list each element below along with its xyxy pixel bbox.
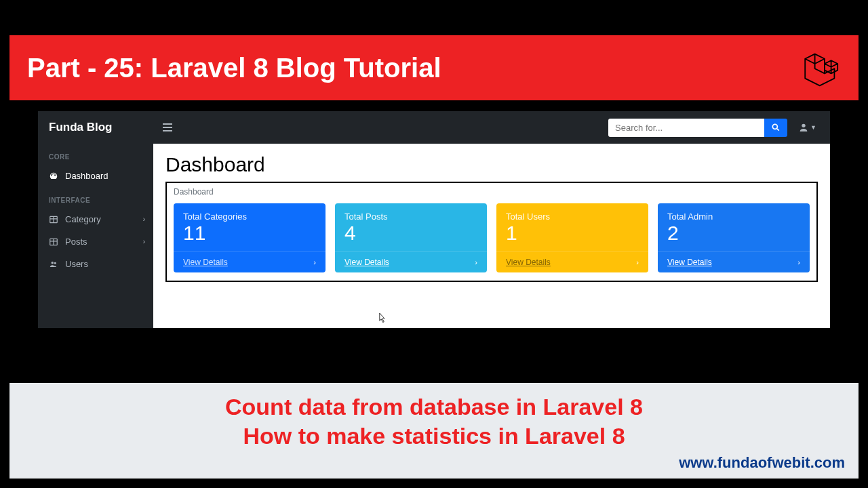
sidebar-brand: Funda Blog (38, 111, 153, 144)
card-value: 2 (667, 222, 800, 245)
breadcrumb-container: Dashboard Total Categories 11 View Detai… (165, 182, 818, 282)
search-button[interactable] (764, 119, 787, 137)
sidebar: Funda Blog CORE Dashboard INTERFACE Cate… (38, 111, 153, 328)
users-icon (49, 260, 58, 269)
columns-icon (49, 215, 58, 224)
sidebar-section-interface: INTERFACE (38, 187, 153, 208)
card-value: 11 (183, 222, 316, 245)
bottom-line-2: How to make statistics in Laravel 8 (23, 422, 845, 451)
chevron-right-icon: › (475, 258, 477, 266)
chevron-right-icon: › (797, 258, 800, 266)
bottom-line-1: Count data from database in Laravel 8 (23, 392, 845, 422)
card-value: 1 (506, 222, 639, 245)
chevron-right-icon: › (143, 238, 145, 245)
card-categories: Total Categories 11 View Details › (174, 203, 326, 272)
sidebar-label: Posts (65, 237, 87, 247)
svg-point-4 (772, 124, 777, 129)
sidebar-label: Category (65, 214, 101, 224)
gauge-icon (49, 171, 58, 181)
bottom-banner: Count data from database in Laravel 8 Ho… (9, 383, 859, 479)
card-label: Total Users (506, 211, 639, 222)
sidebar-label: Users (65, 259, 88, 269)
svg-point-2 (52, 261, 54, 264)
caret-down-icon: ▼ (810, 124, 816, 131)
sidebar-item-posts[interactable]: Posts › (38, 230, 153, 253)
card-label: Total Posts (344, 211, 477, 222)
user-dropdown[interactable]: ▼ (794, 122, 821, 133)
chevron-right-icon: › (313, 258, 316, 266)
search-icon (771, 123, 781, 132)
svg-point-3 (54, 262, 56, 264)
view-details-link[interactable]: View Details (344, 258, 389, 267)
banner-title: Part - 25: Laravel 8 Blog Tutorial (27, 53, 441, 83)
chevron-right-icon: › (143, 216, 145, 223)
main-area: Dashboard Dashboard Total Categories 11 … (153, 144, 830, 328)
cards-row: Total Categories 11 View Details › Total… (174, 203, 810, 272)
card-label: Total Admin (667, 211, 800, 222)
search-group (608, 119, 787, 137)
view-details-link[interactable]: View Details (183, 258, 228, 267)
card-posts: Total Posts 4 View Details › (335, 203, 487, 272)
breadcrumb: Dashboard (174, 187, 810, 197)
sidebar-item-users[interactable]: Users (38, 253, 153, 275)
app-window: Funda Blog CORE Dashboard INTERFACE Cate… (38, 111, 830, 328)
user-icon (798, 122, 809, 133)
top-nav: ▼ (153, 111, 830, 144)
card-value: 4 (344, 222, 477, 245)
site-url: www.fundaofwebit.com (23, 454, 845, 472)
sidebar-section-core: CORE (38, 144, 153, 165)
sidebar-label: Dashboard (65, 171, 108, 181)
chevron-right-icon: › (636, 258, 639, 266)
search-input[interactable] (608, 119, 764, 137)
sidebar-item-dashboard[interactable]: Dashboard (38, 165, 153, 187)
laravel-logo-icon (800, 47, 841, 88)
hamburger-menu-icon[interactable] (163, 123, 176, 131)
sidebar-item-category[interactable]: Category › (38, 208, 153, 230)
view-details-link[interactable]: View Details (667, 258, 712, 267)
view-details-link[interactable]: View Details (506, 258, 551, 267)
page-title: Dashboard (165, 153, 818, 176)
card-users: Total Users 1 View Details › (496, 203, 648, 272)
title-banner: Part - 25: Laravel 8 Blog Tutorial (9, 35, 859, 100)
card-admin: Total Admin 2 View Details › (658, 203, 810, 272)
svg-point-5 (802, 124, 805, 127)
card-label: Total Categories (183, 211, 316, 222)
columns-icon (49, 237, 58, 247)
